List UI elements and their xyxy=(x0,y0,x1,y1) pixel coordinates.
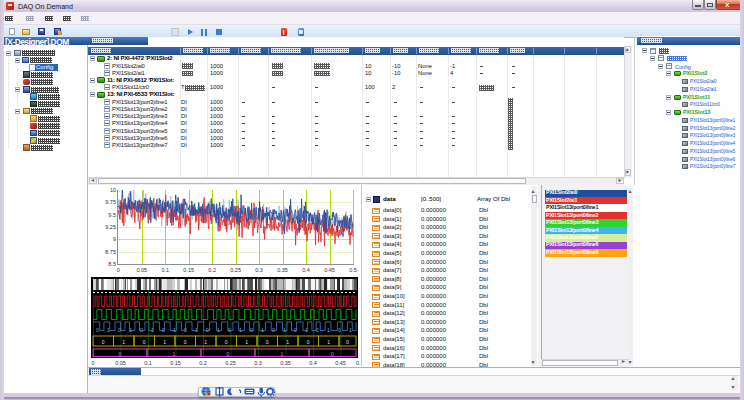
svg-text:1: 1 xyxy=(151,327,154,333)
svg-text:0: 0 xyxy=(119,351,122,357)
svg-text:0: 0 xyxy=(143,339,146,345)
svg-text:1: 1 xyxy=(239,327,242,333)
svg-text:1: 1 xyxy=(245,339,248,345)
svg-text:1: 1 xyxy=(204,339,207,345)
svg-text:1: 1 xyxy=(305,327,308,333)
svg-text:1: 1 xyxy=(327,339,330,345)
svg-text:0: 0 xyxy=(102,339,105,345)
svg-text:0: 0 xyxy=(346,339,349,345)
svg-text:1: 1 xyxy=(163,339,166,345)
svg-text:0: 0 xyxy=(294,327,297,333)
svg-text:0: 0 xyxy=(250,327,253,333)
svg-text:0: 0 xyxy=(228,327,231,333)
svg-text:1: 1 xyxy=(217,327,220,333)
svg-text:1: 1 xyxy=(261,327,264,333)
svg-text:0: 0 xyxy=(266,339,269,345)
svg-text:1: 1 xyxy=(122,339,125,345)
svg-text:1: 1 xyxy=(195,327,198,333)
svg-text:1: 1 xyxy=(349,327,352,333)
svg-text:1: 1 xyxy=(286,339,289,345)
svg-text:0: 0 xyxy=(338,327,341,333)
svg-text:1: 1 xyxy=(173,327,176,333)
svg-text:0: 0 xyxy=(162,327,165,333)
svg-text:1: 1 xyxy=(173,351,176,357)
svg-text:0: 0 xyxy=(184,327,187,333)
svg-text:0: 0 xyxy=(140,327,143,333)
svg-text:0: 0 xyxy=(206,327,209,333)
svg-text:0: 0 xyxy=(316,327,319,333)
svg-text:0: 0 xyxy=(184,339,187,345)
svg-text:0: 0 xyxy=(225,339,228,345)
svg-text:1: 1 xyxy=(281,351,284,357)
svg-text:1: 1 xyxy=(107,327,110,333)
svg-text:1: 1 xyxy=(327,327,330,333)
svg-text:0: 0 xyxy=(272,327,275,333)
svg-text:0: 0 xyxy=(307,339,310,345)
svg-text:0: 0 xyxy=(331,351,334,357)
svg-text:0: 0 xyxy=(227,351,230,357)
svg-text:0: 0 xyxy=(96,327,99,333)
svg-text:1: 1 xyxy=(129,327,132,333)
svg-text:0: 0 xyxy=(118,327,121,333)
svg-text:1: 1 xyxy=(283,327,286,333)
